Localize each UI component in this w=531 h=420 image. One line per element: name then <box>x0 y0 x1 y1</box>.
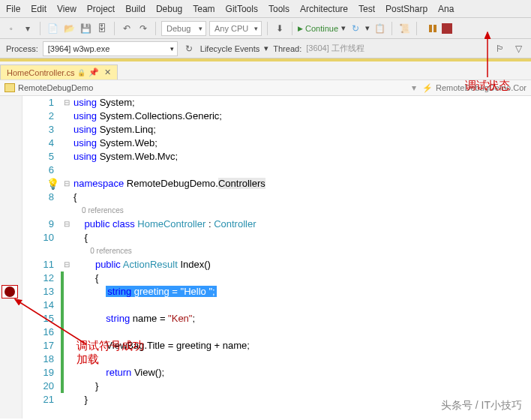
tab-filename: HomeController.cs <box>7 68 74 77</box>
platform-combo[interactable]: Any CPU <box>209 21 262 36</box>
svg-rect-1 <box>434 25 436 32</box>
process-combo[interactable]: [3964] w3wp.exe <box>43 41 178 56</box>
menu-bar: FileEditViewProjectBuildDebugTeamGitTool… <box>0 0 531 18</box>
redo-icon[interactable]: ↷ <box>136 22 150 35</box>
nav-back-icon[interactable]: ◦ <box>4 22 18 35</box>
pause-button[interactable] <box>427 23 439 34</box>
menu-debug[interactable]: Debug <box>156 4 182 14</box>
thread-label: Thread: <box>273 44 302 53</box>
nav-bar: RemoteDebugDemo ▾ ⚡ RemoteDebugDemo.Cor <box>0 80 531 96</box>
type-combo[interactable]: ⚡ RemoteDebugDemo.Cor <box>422 83 526 93</box>
new-file-icon[interactable]: 📄 <box>46 22 59 35</box>
save-icon[interactable]: 💾 <box>79 22 92 35</box>
process-label: Process: <box>6 44 38 53</box>
cycle-icon[interactable]: ↻ <box>182 42 196 56</box>
code-area[interactable]: using System;using System.Collections.Ge… <box>74 96 531 418</box>
script-icon[interactable]: 📜 <box>398 22 411 35</box>
menu-postsharp[interactable]: PostSharp <box>386 4 428 14</box>
menu-view[interactable]: View <box>57 4 76 14</box>
breakpoint-margin[interactable] <box>0 96 22 418</box>
menu-architecture[interactable]: Architecture <box>300 4 348 14</box>
breakpoint[interactable] <box>4 286 15 297</box>
project-combo[interactable]: RemoteDebugDemo <box>4 83 406 92</box>
menu-gittools[interactable]: GitTools <box>226 4 258 14</box>
menu-build[interactable]: Build <box>125 4 146 14</box>
stop-button[interactable] <box>442 23 452 34</box>
menu-project[interactable]: Project <box>87 4 115 14</box>
continue-button[interactable]: Continue <box>298 24 338 33</box>
lightbulb-icon[interactable]: 💡 <box>46 178 57 188</box>
svg-rect-0 <box>429 25 432 32</box>
code-editor[interactable]: 123456789101112131415161718192021 ⊟⊟⊟⊟ u… <box>0 96 531 418</box>
config-combo[interactable]: Debug <box>161 21 206 36</box>
undo-icon[interactable]: ↶ <box>120 22 134 35</box>
save-all-icon[interactable]: 🗄 <box>95 22 109 35</box>
refresh-icon[interactable]: ↻ <box>349 22 362 35</box>
csproj-icon <box>4 83 15 92</box>
lock-icon: 🔒 <box>77 69 86 76</box>
menu-edit[interactable]: Edit <box>31 4 46 14</box>
pin-icon[interactable]: 📌 <box>88 68 99 77</box>
menu-team[interactable]: Team <box>193 4 214 14</box>
main-toolbar: ◦ ▾ 📄 📂 💾 🗄 ↶ ↷ Debug Any CPU ⬇ Continue… <box>0 18 531 39</box>
nav-fwd-icon[interactable]: ▾ <box>21 22 34 35</box>
document-tabs: HomeController.cs 🔒 📌 ✕ <box>0 62 531 80</box>
flag-icon[interactable]: 🏳 <box>494 42 507 56</box>
close-icon[interactable]: ✕ <box>104 68 111 77</box>
menu-ana[interactable]: Ana <box>438 4 454 14</box>
lightning-icon: ⚡ <box>422 83 433 93</box>
watermark: 头条号 / IT小技巧 <box>441 399 522 412</box>
menu-tools[interactable]: Tools <box>268 4 290 14</box>
open-icon[interactable]: 📂 <box>62 22 76 35</box>
file-tab[interactable]: HomeController.cs 🔒 📌 ✕ <box>0 64 118 80</box>
debug-process-bar: Process: [3964] w3wp.exe ↻ Lifecycle Eve… <box>0 39 531 58</box>
lifecycle-label[interactable]: Lifecycle Events <box>200 44 260 53</box>
line-numbers: 123456789101112131415161718192021 <box>22 96 60 418</box>
thread-value: [3604] 工作线程 <box>306 43 364 54</box>
menu-file[interactable]: File <box>6 4 20 14</box>
menu-test[interactable]: Test <box>358 4 375 14</box>
browser-icon[interactable]: 📋 <box>373 22 386 35</box>
filter-icon[interactable]: ▽ <box>512 42 525 56</box>
attach-icon[interactable]: ⬇ <box>273 22 286 35</box>
